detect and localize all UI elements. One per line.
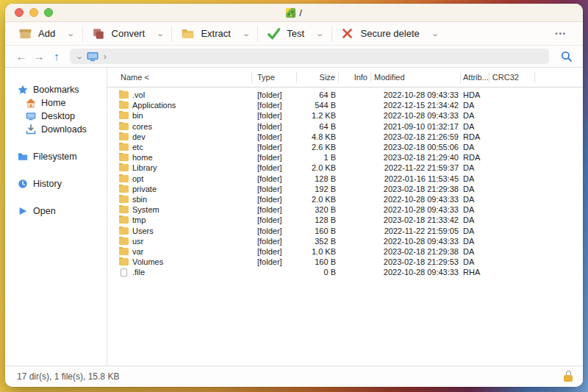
table-row[interactable]: private [folder] 192 B 2023-02-18 21:29:… bbox=[107, 184, 583, 194]
file-type: [folder] bbox=[252, 90, 297, 99]
column-header-modified[interactable]: Modified bbox=[371, 72, 461, 83]
file-name: dev bbox=[132, 132, 146, 141]
sidebar-item-downloads[interactable]: Downloads bbox=[5, 123, 107, 136]
file-attrib: RHA bbox=[461, 268, 487, 277]
column-header-type[interactable]: Type bbox=[252, 72, 297, 83]
table-row[interactable]: Library [folder] 2.0 KB 2022-11-22 21:59… bbox=[107, 163, 583, 173]
more-button[interactable]: ••• bbox=[556, 30, 567, 38]
file-size: 1.2 KB bbox=[297, 111, 339, 120]
file-modified: 2023-02-18 21:29:38 bbox=[371, 247, 461, 256]
table-row[interactable]: Applications [folder] 544 B 2022-12-15 2… bbox=[107, 100, 583, 110]
file-attrib: HDA bbox=[461, 90, 487, 99]
convert-button[interactable]: Convert ⌄ bbox=[83, 26, 172, 41]
file-name: Volumes bbox=[132, 257, 163, 266]
sidebar-item-label: Filesystem bbox=[33, 152, 77, 162]
file-attrib: DA bbox=[461, 122, 487, 131]
chevron-down-icon[interactable]: ⌄ bbox=[431, 29, 440, 38]
file-type: [folder] bbox=[252, 132, 297, 141]
file-name: Library bbox=[132, 163, 157, 172]
folder-icon bbox=[119, 112, 129, 119]
secure-delete-button[interactable]: Secure delete ⌄ bbox=[332, 26, 447, 41]
sidebar-item-home[interactable]: Home bbox=[5, 96, 107, 110]
chevron-down-icon[interactable]: ⌄ bbox=[315, 29, 324, 38]
chevron-down-icon[interactable]: ⌄ bbox=[66, 29, 75, 38]
test-check-icon bbox=[266, 26, 281, 41]
file-modified: 2022-10-28 09:43:33 bbox=[371, 205, 461, 214]
chevron-down-icon[interactable]: ⌄ bbox=[242, 29, 251, 38]
table-row[interactable]: dev [folder] 4.8 KB 2023-02-18 21:26:59 … bbox=[107, 132, 583, 142]
test-button[interactable]: Test ⌄ bbox=[258, 26, 331, 41]
file-type: [folder] bbox=[252, 205, 297, 214]
file-name: etc bbox=[132, 143, 143, 152]
up-button[interactable]: ↑ bbox=[48, 50, 65, 63]
star-icon bbox=[18, 85, 28, 95]
path-bar[interactable]: ⌄ › bbox=[70, 49, 549, 64]
file-type: [folder] bbox=[252, 111, 297, 120]
unlocked-padlock-icon[interactable] bbox=[563, 371, 573, 382]
sidebar-item-desktop[interactable]: Desktop bbox=[5, 110, 107, 123]
folder-icon bbox=[119, 258, 129, 266]
folder-icon bbox=[119, 216, 129, 224]
titlebar[interactable]: / bbox=[5, 4, 583, 22]
table-row[interactable]: bin [folder] 1.2 KB 2022-10-28 09:43:33 … bbox=[107, 110, 583, 121]
app-icon bbox=[286, 8, 295, 18]
folder-icon bbox=[119, 185, 129, 193]
sidebar-item-bookmarks[interactable]: Bookmarks bbox=[5, 83, 107, 96]
back-button[interactable]: ← bbox=[12, 50, 30, 63]
column-header-info[interactable]: Info bbox=[339, 72, 371, 83]
file-modified: 2023-02-18 21:29:40 bbox=[371, 153, 461, 162]
file-name: opt bbox=[132, 174, 143, 183]
search-button[interactable] bbox=[561, 51, 573, 63]
table-row[interactable]: tmp [folder] 128 B 2023-02-18 21:33:42 D… bbox=[107, 215, 583, 225]
minimize-button[interactable] bbox=[29, 8, 38, 17]
table-row[interactable]: usr [folder] 352 B 2022-10-28 09:43:33 D… bbox=[107, 236, 583, 246]
column-header-attrib[interactable]: Attrib... bbox=[461, 72, 490, 83]
file-attrib: DA bbox=[461, 174, 487, 183]
table-row[interactable]: Volumes [folder] 160 B 2023-02-18 21:29:… bbox=[107, 257, 583, 267]
table-row[interactable]: sbin [folder] 2.0 KB 2022-10-28 09:43:33… bbox=[107, 194, 583, 204]
file-size: 192 B bbox=[297, 185, 339, 193]
column-header-size[interactable]: Size bbox=[297, 72, 339, 83]
zoom-button[interactable] bbox=[44, 8, 53, 17]
sidebar-item-label: History bbox=[33, 179, 62, 189]
file-size: 544 B bbox=[297, 101, 339, 110]
table-row[interactable]: System [folder] 320 B 2022-10-28 09:43:3… bbox=[107, 204, 583, 215]
file-modified: 2022-10-28 09:43:33 bbox=[371, 195, 461, 204]
extract-button[interactable]: Extract ⌄ bbox=[172, 26, 257, 41]
desktop-background: / Add ⌄ Convert ⌄ bbox=[0, 0, 588, 392]
table-row[interactable]: .vol [folder] 64 B 2022-10-28 09:43:33 H… bbox=[107, 90, 583, 100]
file-attrib: DA bbox=[461, 101, 487, 110]
sidebar-item-filesystem[interactable]: Filesystem bbox=[5, 150, 107, 163]
sidebar-item-open[interactable]: Open bbox=[5, 204, 107, 218]
chevron-down-icon[interactable]: ⌄ bbox=[156, 29, 165, 38]
column-header-crc32[interactable]: CRC32 bbox=[490, 72, 535, 83]
table-row[interactable]: var [folder] 1.0 KB 2023-02-18 21:29:38 … bbox=[107, 246, 583, 257]
table-row[interactable]: Users [folder] 160 B 2022-11-22 21:59:05… bbox=[107, 225, 583, 235]
close-button[interactable] bbox=[15, 8, 24, 17]
add-button[interactable]: Add ⌄ bbox=[10, 26, 82, 41]
computer-icon[interactable] bbox=[87, 51, 98, 62]
secure-delete-label: Secure delete bbox=[361, 28, 420, 39]
add-archive-icon bbox=[18, 26, 32, 41]
file-size: 128 B bbox=[297, 174, 339, 183]
sidebar-item-label: Desktop bbox=[41, 111, 75, 121]
chevron-right-icon[interactable]: › bbox=[103, 51, 106, 62]
column-header-name[interactable]: Name < bbox=[107, 72, 252, 83]
table-row[interactable]: cores [folder] 64 B 2021-09-10 01:32:17 … bbox=[107, 121, 583, 132]
traffic-lights bbox=[15, 8, 53, 17]
file-size: 160 B bbox=[297, 257, 339, 266]
table-row[interactable]: etc [folder] 2.6 KB 2023-02-18 00:55:06 … bbox=[107, 142, 583, 152]
file-type: [folder] bbox=[252, 101, 297, 110]
folder-icon bbox=[119, 227, 129, 235]
table-row[interactable]: .file 0 B 2022-10-28 09:43:33 RHA bbox=[107, 267, 583, 277]
table-row[interactable]: opt [folder] 128 B 2022-01-16 11:53:45 D… bbox=[107, 174, 583, 184]
file-name: sbin bbox=[132, 195, 147, 204]
forward-button[interactable]: → bbox=[30, 50, 48, 63]
file-modified: 2023-02-18 21:29:38 bbox=[371, 185, 461, 193]
file-name: cores bbox=[132, 122, 152, 131]
file-size: 1 B bbox=[297, 153, 339, 162]
sidebar-item-history[interactable]: History bbox=[5, 177, 107, 190]
file-type: [folder] bbox=[252, 227, 297, 235]
chevron-down-icon[interactable]: ⌄ bbox=[75, 52, 84, 60]
table-row[interactable]: home [folder] 1 B 2023-02-18 21:29:40 RD… bbox=[107, 152, 583, 163]
